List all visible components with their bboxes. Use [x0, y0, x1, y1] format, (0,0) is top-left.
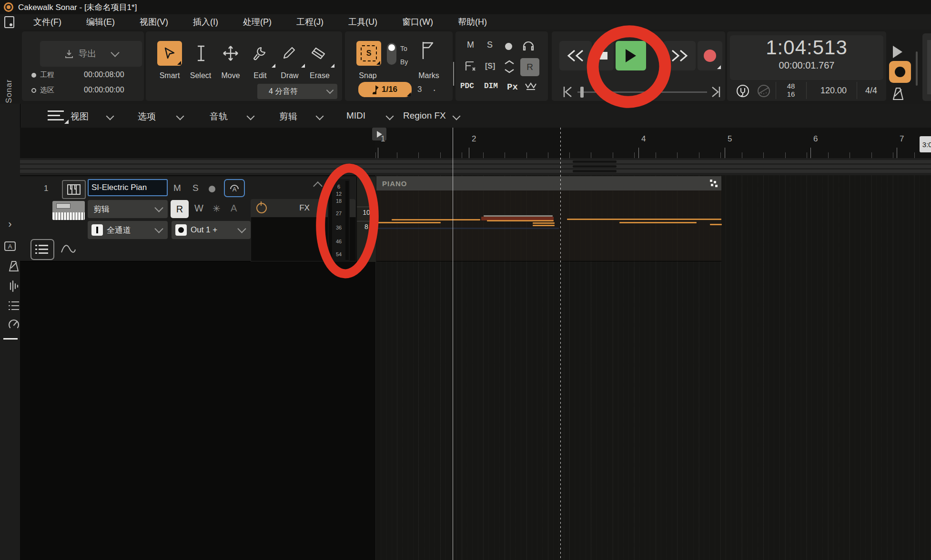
menu-window[interactable]: 窗口(W)	[390, 16, 445, 28]
headphones-icon[interactable]	[522, 40, 535, 51]
duration-dropdown[interactable]: 4 分音符	[257, 84, 337, 99]
input-echo-button[interactable]: A	[224, 179, 245, 197]
position-slider-track[interactable]	[577, 91, 707, 93]
track-solo-button[interactable]: S	[192, 183, 199, 193]
track-mute-button[interactable]: M	[173, 183, 181, 193]
select-tool-button[interactable]	[189, 41, 213, 66]
play-button[interactable]	[616, 41, 646, 70]
now-time-badge[interactable]: 3:01:480	[920, 136, 931, 152]
automation-wave-icon[interactable]	[60, 243, 76, 254]
sample-rate[interactable]: 4816	[779, 82, 802, 98]
audio-engine-icon[interactable]	[736, 84, 750, 98]
solo-override-button[interactable]: [S]	[485, 62, 495, 70]
export-dropdown-chevron[interactable]	[111, 48, 119, 57]
midi-note[interactable]	[619, 222, 697, 223]
track-1-header[interactable]: 1 M S A 剪辑	[20, 176, 375, 261]
menu-tools[interactable]: 工具(U)	[336, 16, 390, 28]
snap-resolution-button[interactable]: 1/16	[358, 82, 412, 97]
menu2-regionfx[interactable]: Region FX	[403, 110, 446, 121]
midi-note[interactable]	[378, 228, 559, 229]
edge-scrollbar[interactable]	[916, 51, 918, 86]
midi-note[interactable]	[484, 215, 553, 217]
collapse-chevron[interactable]	[313, 181, 323, 191]
menu2-tracks[interactable]: 音轨	[210, 110, 228, 123]
pdc-button[interactable]: PDC	[460, 82, 474, 90]
automation-rail-icon[interactable]: A	[4, 240, 16, 252]
automation-write-button[interactable]: W	[194, 203, 203, 214]
piano-clip[interactable]: PIANO	[376, 176, 721, 261]
go-to-start-icon[interactable]	[562, 86, 573, 98]
document-icon[interactable]	[4, 16, 14, 28]
input-dropdown[interactable]: 全通道	[88, 221, 168, 239]
move-tool-button[interactable]	[218, 41, 243, 66]
snap-count[interactable]: 3	[417, 85, 422, 94]
track-lanes-button[interactable]	[30, 239, 54, 260]
menu2-clips[interactable]: 剪辑	[279, 110, 297, 123]
clips-dropdown[interactable]: 剪辑	[88, 200, 168, 218]
piano-roll-button[interactable]	[62, 180, 86, 199]
record-button[interactable]	[698, 41, 722, 70]
output-dropdown[interactable]: Out 1 +	[172, 221, 251, 239]
clips-pane[interactable]: PIANO	[375, 175, 931, 560]
dim-solo-icon[interactable]	[503, 59, 516, 74]
snap-to-by-toggle[interactable]	[387, 43, 396, 65]
dim-button[interactable]: DIM	[484, 82, 498, 90]
global-mute-button[interactable]: M	[467, 40, 474, 50]
menu-insert[interactable]: 插入(I)	[181, 16, 231, 28]
export-button[interactable]: 导出	[40, 41, 142, 67]
clip-header[interactable]: PIANO	[376, 176, 721, 190]
clip-body[interactable]	[376, 190, 721, 261]
menu2-views[interactable]: 视图	[71, 110, 89, 123]
automation-star-button[interactable]: ✳	[213, 203, 221, 214]
snap-dot[interactable]: ·	[433, 84, 436, 96]
region-fx-icon[interactable]	[710, 180, 718, 187]
metronome-icon[interactable]	[890, 87, 906, 101]
dim-record-button[interactable]: R	[520, 58, 539, 76]
midi-note[interactable]	[533, 222, 555, 224]
menu-process[interactable]: 处理(P)	[231, 16, 284, 28]
menu2-midi[interactable]: MIDI	[346, 110, 365, 121]
crown-icon[interactable]	[524, 82, 537, 92]
menu-help[interactable]: 帮助(H)	[445, 16, 499, 28]
menu2-options[interactable]: 选项	[138, 110, 156, 123]
exclusive-solo-icon[interactable]	[464, 60, 478, 72]
time-display[interactable]: 1:04:513 00:00:01.767	[730, 35, 883, 80]
mini-play-icon[interactable]	[893, 46, 902, 58]
midi-note[interactable]	[567, 219, 687, 220]
midi-note[interactable]	[487, 220, 554, 221]
expand-rail-icon[interactable]: ›	[0, 218, 20, 230]
rewind-button[interactable]	[559, 41, 592, 70]
global-record-icon[interactable]	[505, 43, 512, 50]
midi-note[interactable]	[533, 225, 555, 226]
midi-note[interactable]	[378, 222, 441, 223]
midi-note[interactable]	[710, 224, 722, 225]
mini-record-button[interactable]	[889, 61, 911, 83]
edit-tool-button[interactable]	[248, 41, 271, 66]
fast-forward-button[interactable]	[663, 41, 696, 70]
fx-power-icon[interactable]	[256, 203, 267, 213]
automation-a-button[interactable]: A	[231, 203, 237, 214]
track-name-input[interactable]	[88, 179, 168, 196]
automation-read-button[interactable]: R	[171, 200, 189, 218]
tempo-value[interactable]: 120.00	[820, 86, 847, 96]
timeline-ruler[interactable]: 124567 3:01:480	[375, 128, 931, 159]
menu-edit[interactable]: 编辑(E)	[74, 16, 127, 28]
track-view-menu-button[interactable]	[48, 110, 70, 123]
draw-tool-button[interactable]	[277, 41, 300, 66]
go-to-end-icon[interactable]	[711, 86, 721, 98]
meter-value[interactable]: 4/4	[865, 86, 877, 96]
midi-note[interactable]	[682, 219, 721, 220]
marks-button[interactable]	[421, 41, 435, 60]
instrument-thumbnail[interactable]	[52, 201, 85, 220]
snap-button[interactable]: S	[356, 41, 381, 66]
mixer-dial-icon[interactable]	[757, 84, 771, 98]
menu-project[interactable]: 工程(J)	[284, 16, 336, 28]
px-button[interactable]: Px	[507, 82, 518, 92]
menu-view[interactable]: 视图(V)	[127, 16, 181, 28]
menu-file[interactable]: 文件(F)	[21, 16, 74, 28]
erase-tool-button[interactable]	[307, 41, 330, 66]
position-slider-handle[interactable]	[580, 87, 584, 98]
track-arm-button[interactable]	[209, 186, 215, 192]
global-solo-button[interactable]: S	[487, 40, 493, 50]
stop-button[interactable]	[594, 41, 614, 70]
